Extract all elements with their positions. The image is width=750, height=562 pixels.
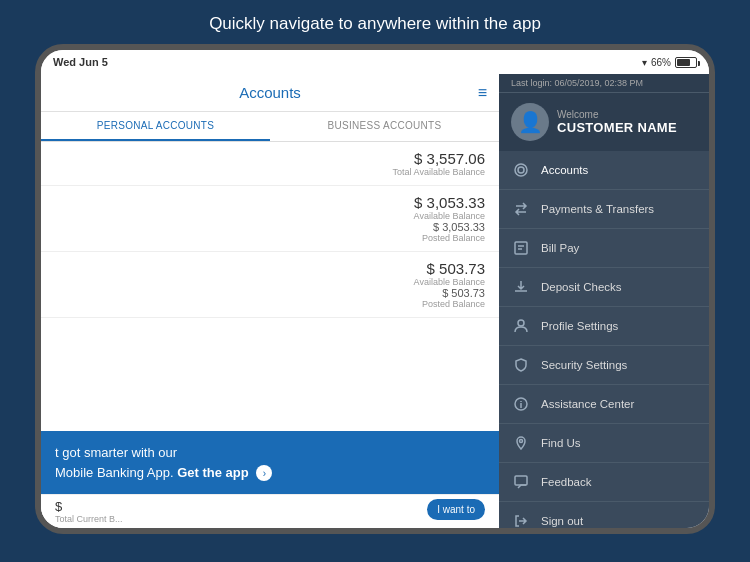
account-row-0: $ 3,557.06 Total Available Balance [41, 142, 499, 186]
menu-label-security: Security Settings [541, 359, 627, 371]
menu-items-list: Accounts Payments & Transfers Bill Pay [499, 151, 709, 528]
menu-label-feedback: Feedback [541, 476, 592, 488]
customer-name: CUSTOMER NAME [557, 120, 677, 135]
account-sub-label-2: Posted Balance [55, 299, 485, 309]
menu-item-assistance[interactable]: Assistance Center [499, 385, 709, 424]
promo-cta[interactable]: Get the app [177, 465, 249, 480]
welcome-label: Welcome [557, 109, 677, 120]
account-sub-amount-2: $ 503.73 [55, 287, 485, 299]
findus-icon [511, 433, 531, 453]
menu-item-billpay[interactable]: Bill Pay [499, 229, 709, 268]
battery-icon [675, 57, 697, 68]
profile-icon [511, 316, 531, 336]
bottom-label: Total Current B... [55, 514, 123, 524]
svg-point-1 [518, 167, 524, 173]
menu-item-deposit[interactable]: Deposit Checks [499, 268, 709, 307]
account-main-label-1: Available Balance [55, 211, 485, 221]
assistance-icon [511, 394, 531, 414]
accounts-icon [511, 160, 531, 180]
status-bar: Wed Jun 5 ▾ 66% [41, 50, 709, 74]
promo-line2: Mobile Banking App. Get the app › [55, 463, 485, 483]
accounts-list: $ 3,557.06 Total Available Balance $ 3,0… [41, 142, 499, 427]
tabs-bar: Personal Accounts Business Accounts [41, 112, 499, 142]
account-row-1: $ 3,053.33 Available Balance $ 3,053.33 … [41, 186, 499, 252]
main-panel: Accounts ≡ Personal Accounts Business Ac… [41, 74, 499, 528]
menu-item-accounts[interactable]: Accounts [499, 151, 709, 190]
side-menu: Last login: 06/05/2019, 02:38 PM 👤 Welco… [499, 74, 709, 528]
account-row-2: $ 503.73 Available Balance $ 503.73 Post… [41, 252, 499, 318]
bottom-bar: $ Total Current B... I want to [41, 494, 499, 528]
status-time: Wed Jun 5 [53, 56, 108, 68]
tab-personal-accounts[interactable]: Personal Accounts [41, 112, 270, 141]
transfers-icon [511, 199, 531, 219]
menu-label-transfers: Payments & Transfers [541, 203, 654, 215]
headline: Quickly navigate to anywhere within the … [209, 14, 541, 34]
billpay-icon [511, 238, 531, 258]
promo-arrow-icon[interactable]: › [256, 465, 272, 481]
feedback-icon [511, 472, 531, 492]
menu-item-profile[interactable]: Profile Settings [499, 307, 709, 346]
signout-icon [511, 511, 531, 528]
user-header: 👤 Welcome CUSTOMER NAME [499, 93, 709, 151]
menu-label-assistance: Assistance Center [541, 398, 634, 410]
security-icon [511, 355, 531, 375]
svg-rect-2 [515, 242, 527, 254]
account-sub-label-1: Posted Balance [55, 233, 485, 243]
wifi-icon: ▾ [642, 57, 647, 68]
menu-label-accounts: Accounts [541, 164, 588, 176]
promo-banner: t got smarter with our Mobile Banking Ap… [41, 431, 499, 494]
account-sub-amount-1: $ 3,053.33 [55, 221, 485, 233]
header-title: Accounts [239, 84, 301, 101]
svg-point-0 [515, 164, 527, 176]
account-main-amount-2: $ 503.73 [55, 260, 485, 277]
menu-item-signout[interactable]: Sign out [499, 502, 709, 528]
promo-line1: t got smarter with our [55, 443, 485, 463]
avatar-icon: 👤 [518, 110, 543, 134]
hamburger-icon[interactable]: ≡ [478, 84, 487, 102]
avatar: 👤 [511, 103, 549, 141]
app-header: Accounts ≡ [41, 74, 499, 112]
menu-item-security[interactable]: Security Settings [499, 346, 709, 385]
account-main-label-2: Available Balance [55, 277, 485, 287]
menu-label-signout: Sign out [541, 515, 583, 527]
i-want-to-button[interactable]: I want to [427, 499, 485, 520]
last-login-bar: Last login: 06/05/2019, 02:38 PM [499, 74, 709, 93]
menu-label-deposit: Deposit Checks [541, 281, 622, 293]
deposit-icon [511, 277, 531, 297]
menu-item-feedback[interactable]: Feedback [499, 463, 709, 502]
menu-item-findus[interactable]: Find Us [499, 424, 709, 463]
menu-label-findus: Find Us [541, 437, 581, 449]
svg-point-3 [518, 320, 524, 326]
account-main-amount-1: $ 3,053.33 [55, 194, 485, 211]
bottom-amount: $ [55, 499, 123, 514]
menu-label-profile: Profile Settings [541, 320, 618, 332]
menu-item-transfers[interactable]: Payments & Transfers [499, 190, 709, 229]
device-frame: Wed Jun 5 ▾ 66% Accounts ≡ Personal Acco… [35, 44, 715, 534]
battery-percent: 66% [651, 57, 671, 68]
svg-point-5 [520, 440, 523, 443]
svg-rect-6 [515, 476, 527, 485]
menu-label-billpay: Bill Pay [541, 242, 579, 254]
account-main-label-0: Total Available Balance [55, 167, 485, 177]
account-main-amount-0: $ 3,557.06 [55, 150, 485, 167]
tab-business-accounts[interactable]: Business Accounts [270, 112, 499, 141]
